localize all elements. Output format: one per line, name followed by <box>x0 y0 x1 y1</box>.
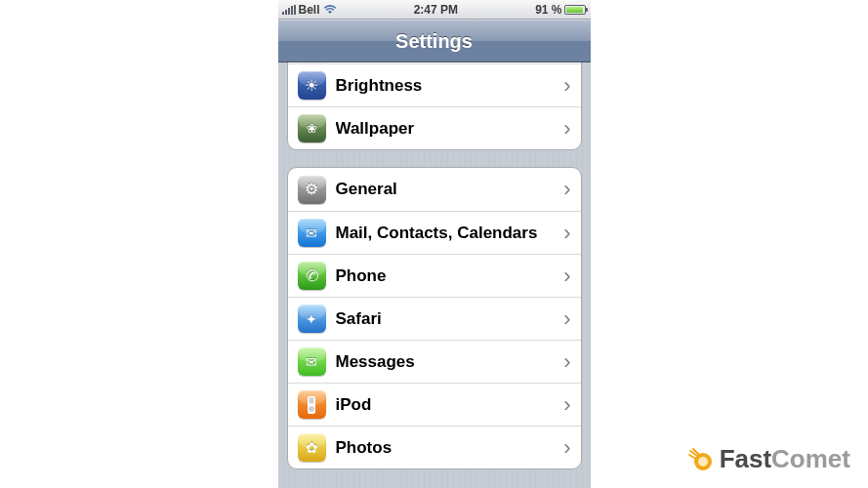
watermark-brand-bold: Fast <box>720 444 771 473</box>
watermark-brand-light: Comet <box>771 444 850 473</box>
chevron-right-icon: › <box>563 392 570 418</box>
settings-row-label: Photos <box>336 438 564 458</box>
battery-percent-label: 91 % <box>535 3 561 17</box>
settings-row-ipod[interactable]: iPod › <box>288 383 581 426</box>
settings-row-general[interactable]: ⚙ General › <box>288 168 581 211</box>
wifi-icon <box>323 5 337 15</box>
settings-row-label: Mail, Contacts, Calendars <box>336 224 564 243</box>
chevron-right-icon: › <box>563 177 570 202</box>
status-right: 91 % <box>535 3 586 17</box>
general-icon: ⚙ <box>298 176 326 204</box>
settings-row-wallpaper[interactable]: ❀ Wallpaper › <box>288 106 581 149</box>
chevron-right-icon: › <box>563 221 570 246</box>
settings-group-apps: ⚙ General › ✉ Mail, Contacts, Calendars … <box>287 167 582 469</box>
settings-row-label: iPod <box>336 395 564 415</box>
battery-icon <box>564 5 586 15</box>
chevron-right-icon: › <box>563 349 570 375</box>
clock-label: 2:47 PM <box>414 3 458 17</box>
settings-row-label: General <box>336 180 564 199</box>
settings-row-label: Messages <box>336 352 564 372</box>
chevron-right-icon: › <box>563 116 570 142</box>
settings-row-label: Brightness <box>336 76 564 96</box>
page-title: Settings <box>395 30 473 53</box>
settings-content[interactable]: › ☀ Brightness › ❀ Wallpaper › ⚙ General <box>278 62 591 488</box>
settings-row-label: Wallpaper <box>336 119 564 139</box>
safari-icon: ✦ <box>298 305 326 333</box>
settings-row-messages[interactable]: ✉ Messages › <box>288 340 581 383</box>
settings-row-mail[interactable]: ✉ Mail, Contacts, Calendars › <box>288 211 581 254</box>
photos-icon: ✿ <box>298 433 326 462</box>
settings-group-display: › ☀ Brightness › ❀ Wallpaper › <box>287 62 582 150</box>
settings-row-label: Safari <box>336 309 564 329</box>
carrier-label: Bell <box>299 3 320 17</box>
signal-icon <box>282 5 296 15</box>
settings-row-photos[interactable]: ✿ Photos › <box>288 426 581 468</box>
chevron-right-icon: › <box>563 73 570 99</box>
phone-icon: ✆ <box>298 262 326 290</box>
settings-row-safari[interactable]: ✦ Safari › <box>288 297 581 340</box>
ipod-icon <box>298 390 326 419</box>
status-bar: Bell 2:47 PM 91 % <box>278 0 591 20</box>
chevron-right-icon: › <box>563 306 570 332</box>
nav-bar: Settings <box>278 20 591 62</box>
svg-point-4 <box>698 457 708 467</box>
wallpaper-icon: ❀ <box>298 114 326 142</box>
phone-frame: Bell 2:47 PM 91 % Settings <box>278 0 591 488</box>
chevron-right-icon: › <box>563 264 570 289</box>
brightness-icon: ☀ <box>298 71 326 100</box>
svg-point-2 <box>309 406 314 412</box>
watermark: FastComet <box>688 444 850 474</box>
messages-icon: ✉ <box>298 347 326 376</box>
settings-row-phone[interactable]: ✆ Phone › <box>288 254 581 297</box>
status-left: Bell <box>282 3 337 17</box>
chevron-right-icon: › <box>563 435 570 461</box>
fastcomet-icon <box>688 447 714 472</box>
svg-rect-1 <box>310 397 314 403</box>
settings-row-brightness[interactable]: ☀ Brightness › <box>288 63 581 106</box>
mail-icon: ✉ <box>298 219 326 247</box>
settings-row-label: Phone <box>336 266 564 286</box>
